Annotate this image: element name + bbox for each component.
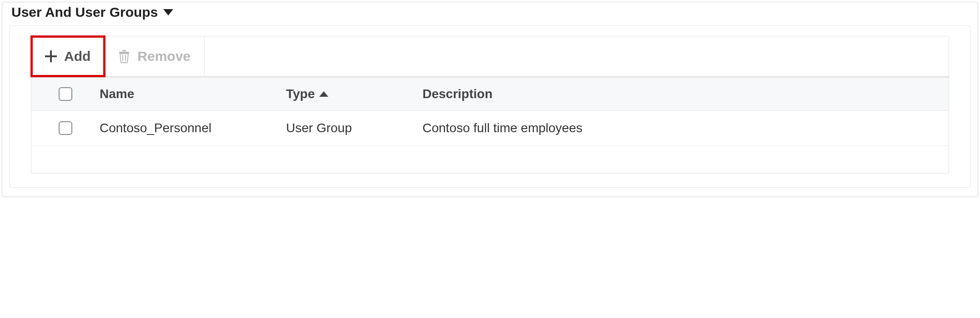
row-checkbox-cell [31,121,100,135]
trash-icon [118,50,130,63]
sort-ascending-icon [319,91,328,97]
section-header[interactable]: User And User Groups [10,5,970,20]
row-description: Contoso full time employees [422,121,583,135]
svg-rect-2 [45,55,57,57]
header-checkbox-cell [31,87,100,101]
toolbar: Add Remove [31,36,949,77]
svg-rect-3 [119,52,129,53]
table-row[interactable]: Contoso_Personnel User Group Contoso ful… [31,111,949,146]
svg-rect-5 [122,55,123,61]
column-header-type[interactable]: Type [286,87,422,101]
column-header-type-label: Type [286,87,315,101]
column-header-description-label: Description [422,87,493,101]
select-all-checkbox[interactable] [59,87,72,101]
row-description-cell: Contoso full time employees [422,121,949,135]
data-table: Name Type Description [31,77,949,174]
table-header-row: Name Type Description [31,77,949,111]
svg-rect-4 [122,50,126,51]
table-empty-space [31,146,949,173]
column-header-name[interactable]: Name [100,87,286,101]
row-name: Contoso_Personnel [100,121,211,135]
row-checkbox[interactable] [59,121,72,135]
row-type: User Group [286,121,352,135]
plus-icon [45,50,57,62]
column-header-name-label: Name [100,87,134,101]
remove-button-label: Remove [137,49,191,64]
row-name-cell: Contoso_Personnel [100,121,286,135]
remove-button[interactable]: Remove [105,36,205,76]
section-panel: User And User Groups Add [2,2,978,197]
inner-panel: Add Remove [10,25,970,188]
section-title: User And User Groups [11,5,158,20]
collapse-triangle-icon [163,9,173,15]
column-header-description[interactable]: Description [422,87,949,101]
svg-marker-0 [163,9,173,15]
add-button[interactable]: Add [31,36,105,76]
svg-rect-6 [125,55,126,61]
add-button-label: Add [64,49,90,64]
svg-marker-7 [319,91,328,97]
row-type-cell: User Group [286,121,422,135]
